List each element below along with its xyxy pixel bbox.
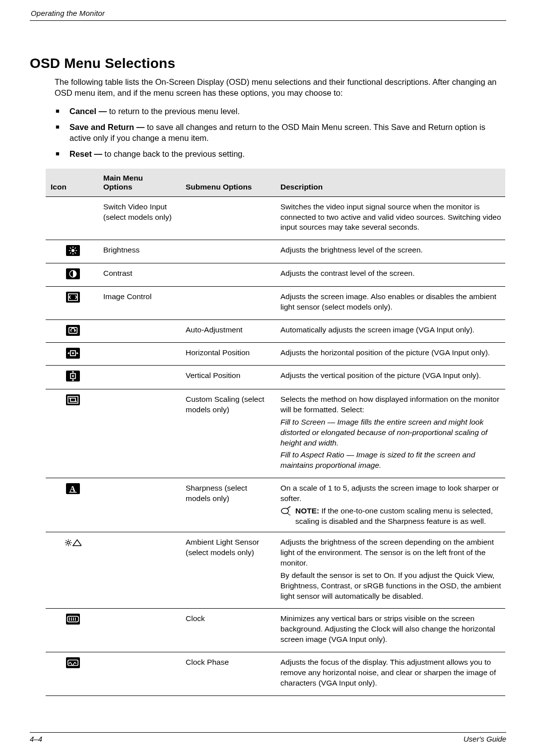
svg-line-31 <box>70 540 71 541</box>
svg-rect-15 <box>72 375 73 377</box>
cell-sub: Custom Scaling (select models only) <box>182 389 276 478</box>
bullet-label: Cancel — <box>69 107 107 116</box>
brightness-icon <box>66 245 80 256</box>
cell-main: Brightness <box>99 240 182 263</box>
desc-text: Adjusts the brightness level of the scre… <box>280 245 501 255</box>
bullet-list: Cancel — to return to the previous menu … <box>55 106 506 160</box>
table-row: Horizontal PositionAdjusts the horizonta… <box>46 342 505 365</box>
table-row: ClockMinimizes any vertical bars or stri… <box>46 609 505 652</box>
cell-main <box>99 478 182 532</box>
cell-icon <box>46 342 99 365</box>
cell-desc: Automatically adjusts the screen image (… <box>276 320 505 343</box>
table-row: ContrastAdjusts the contrast level of th… <box>46 263 505 287</box>
cell-main: Contrast <box>99 263 182 287</box>
svg-line-6 <box>75 252 76 253</box>
svg-line-30 <box>66 544 67 545</box>
table-row: Vertical PositionAdjusts the vertical po… <box>46 365 505 389</box>
svg-line-8 <box>75 248 76 249</box>
cell-desc: Adjusts the vertical position of the pic… <box>276 365 505 389</box>
th-main-l2: Options <box>103 183 133 191</box>
image-control-icon <box>66 292 80 303</box>
svg-line-5 <box>70 248 71 249</box>
table-row: Auto-AdjustmentAutomatically adjusts the… <box>46 320 505 343</box>
cell-desc: Adjusts the brightness level of the scre… <box>276 240 505 263</box>
cell-desc: Minimizes any vertical bars or strips vi… <box>276 609 505 652</box>
footer-guide: User's Guide <box>464 735 506 743</box>
cell-desc: On a scale of 1 to 5, adjusts the screen… <box>276 478 505 532</box>
cell-main <box>99 532 182 609</box>
cell-main <box>99 342 182 365</box>
table-row: BrightnessAdjusts the brightness level o… <box>46 240 505 263</box>
cell-desc: Adjusts the horizontal position of the p… <box>276 342 505 365</box>
intro-paragraph: The following table lists the On-Screen … <box>55 76 506 99</box>
cell-icon <box>46 652 99 696</box>
table-row: ASharpness (select models only)On a scal… <box>46 478 505 532</box>
cell-icon: A <box>46 478 99 532</box>
table-row: Switch Video Input (select models only)S… <box>46 196 505 240</box>
bullet-item: Save and Return — to save all changes an… <box>55 122 506 144</box>
svg-line-28 <box>66 540 67 541</box>
auto-adjust-icon <box>66 325 80 336</box>
note: NOTE: If the one-to-one custom scaling m… <box>280 506 501 527</box>
svg-marker-32 <box>73 540 81 546</box>
note-icon <box>280 506 291 527</box>
th-icon: Icon <box>46 169 99 197</box>
th-main: Main Menu Options <box>99 169 182 197</box>
cell-icon <box>46 240 99 263</box>
cell-sub: Sharpness (select models only) <box>182 478 276 532</box>
h-position-icon <box>66 348 80 359</box>
desc-text: Adjusts the screen image. Also enables o… <box>280 292 501 313</box>
cell-sub <box>182 240 276 263</box>
cell-icon <box>46 389 99 478</box>
cell-sub: Clock <box>182 609 276 652</box>
bullet-label: Reset — <box>69 149 102 158</box>
footer-page: 4–4 <box>30 735 42 743</box>
desc-text: Adjusts the vertical position of the pic… <box>280 371 501 381</box>
cell-sub: Clock Phase <box>182 652 276 696</box>
note-body: If the one-to-one custom scaling menu is… <box>295 506 493 525</box>
desc-text: By default the sensor is set to On. If y… <box>280 570 501 602</box>
svg-line-7 <box>70 252 71 253</box>
cell-sub <box>182 287 276 320</box>
v-position-icon <box>66 371 80 381</box>
cell-desc: Switches the video input signal source w… <box>276 196 505 240</box>
cell-desc: Adjusts the focus of the display. This a… <box>276 652 505 696</box>
bullet-item: Reset — to change back to the previous s… <box>55 148 506 159</box>
cell-sub: Vertical Position <box>182 365 276 389</box>
desc-text: On a scale of 1 to 5, adjusts the screen… <box>280 483 501 504</box>
cell-desc: Adjusts the contrast level of the screen… <box>276 263 505 287</box>
cell-sub <box>182 263 276 287</box>
cell-main: Switch Video Input (select models only) <box>99 196 182 240</box>
table-row: Ambient Light Sensor (select models only… <box>46 532 505 609</box>
osd-table: Icon Main Menu Options Submenu Options D… <box>46 169 505 696</box>
cell-desc: Selects the method on how displayed info… <box>276 389 505 478</box>
svg-rect-17 <box>70 398 75 401</box>
note-text: NOTE: If the one-to-one custom scaling m… <box>295 506 501 527</box>
cell-icon <box>46 196 99 240</box>
header-rule <box>30 20 506 21</box>
desc-text: Adjusts the brightness of the screen dep… <box>280 537 501 568</box>
cell-icon <box>46 609 99 652</box>
desc-text-italic: Fill to Screen — Image fills the entire … <box>280 417 501 448</box>
th-desc: Description <box>276 169 505 197</box>
desc-text: Selects the method on how displayed info… <box>280 394 501 415</box>
svg-text:A: A <box>69 484 75 493</box>
svg-point-23 <box>67 541 69 544</box>
svg-point-22 <box>281 508 289 514</box>
page-footer: 4–4 User's Guide <box>30 732 506 743</box>
cell-desc: Adjusts the brightness of the screen dep… <box>276 532 505 609</box>
svg-line-29 <box>70 544 71 545</box>
desc-text: Minimizes any vertical bars or strips vi… <box>280 614 501 645</box>
cell-sub <box>182 196 276 240</box>
bullet-item: Cancel — to return to the previous menu … <box>55 106 506 117</box>
cell-main <box>99 389 182 478</box>
bullet-text: to return to the previous menu level. <box>107 107 240 116</box>
cell-icon <box>46 365 99 389</box>
custom-scaling-icon <box>66 394 80 405</box>
desc-text: Automatically adjusts the screen image (… <box>280 325 501 335</box>
desc-text: Adjusts the contrast level of the screen… <box>280 268 501 279</box>
th-sub: Submenu Options <box>182 169 276 197</box>
clock-icon <box>66 614 80 625</box>
cell-main <box>99 320 182 343</box>
cell-icon <box>46 263 99 287</box>
